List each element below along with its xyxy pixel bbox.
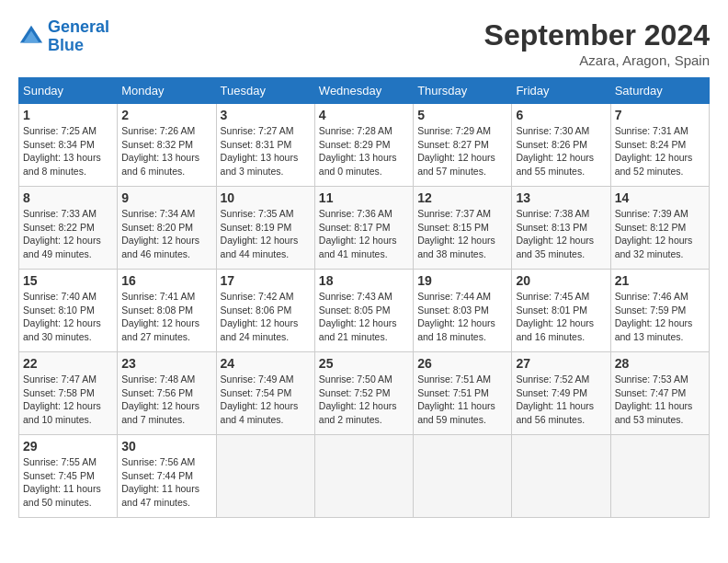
day-info: Sunrise: 7:39 AMSunset: 8:12 PMDaylight:…	[615, 207, 705, 261]
day-number: 18	[319, 273, 409, 288]
day-number: 9	[121, 190, 211, 205]
calendar-cell: 10Sunrise: 7:35 AMSunset: 8:19 PMDayligh…	[216, 187, 314, 270]
logo-icon	[18, 24, 44, 50]
day-number: 1	[23, 108, 113, 122]
page-header: General Blue September 2024 Azara, Arago…	[18, 18, 710, 68]
day-number: 19	[417, 273, 507, 288]
calendar-cell: 26Sunrise: 7:51 AMSunset: 7:51 PMDayligh…	[414, 352, 512, 435]
col-monday: Monday	[118, 78, 216, 104]
day-number: 5	[417, 108, 507, 122]
day-number: 13	[516, 190, 606, 205]
calendar-cell: 18Sunrise: 7:43 AMSunset: 8:05 PMDayligh…	[314, 270, 413, 352]
calendar-cell: 14Sunrise: 7:39 AMSunset: 8:12 PMDayligh…	[610, 187, 709, 270]
col-saturday: Saturday	[610, 78, 709, 104]
day-number: 30	[121, 439, 211, 454]
day-info: Sunrise: 7:30 AMSunset: 8:26 PMDaylight:…	[516, 124, 606, 178]
calendar-cell: 25Sunrise: 7:50 AMSunset: 7:52 PMDayligh…	[314, 352, 413, 435]
day-info: Sunrise: 7:26 AMSunset: 8:32 PMDaylight:…	[121, 124, 211, 178]
logo-text: General Blue	[48, 18, 109, 55]
col-sunday: Sunday	[19, 78, 118, 104]
col-tuesday: Tuesday	[216, 78, 314, 104]
day-number: 10	[221, 190, 311, 205]
day-info: Sunrise: 7:38 AMSunset: 8:13 PMDaylight:…	[516, 207, 606, 261]
day-number: 2	[121, 108, 211, 122]
day-number: 12	[417, 190, 507, 205]
day-info: Sunrise: 7:37 AMSunset: 8:15 PMDaylight:…	[417, 207, 507, 261]
day-info: Sunrise: 7:42 AMSunset: 8:06 PMDaylight:…	[221, 290, 311, 344]
day-number: 16	[121, 273, 211, 288]
logo-line1: General	[48, 17, 109, 36]
day-number: 25	[319, 356, 409, 371]
calendar-cell: 13Sunrise: 7:38 AMSunset: 8:13 PMDayligh…	[512, 187, 610, 270]
day-info: Sunrise: 7:31 AMSunset: 8:24 PMDaylight:…	[615, 124, 705, 178]
calendar-cell: 23Sunrise: 7:48 AMSunset: 7:56 PMDayligh…	[118, 352, 216, 435]
calendar-cell: 22Sunrise: 7:47 AMSunset: 7:58 PMDayligh…	[19, 352, 118, 435]
calendar-cell	[512, 435, 610, 518]
calendar-cell: 9Sunrise: 7:34 AMSunset: 8:20 PMDaylight…	[118, 187, 216, 270]
calendar-cell: 27Sunrise: 7:52 AMSunset: 7:49 PMDayligh…	[512, 352, 610, 435]
day-number: 23	[121, 356, 211, 371]
col-friday: Friday	[512, 78, 610, 104]
calendar-cell: 6Sunrise: 7:30 AMSunset: 8:26 PMDaylight…	[512, 104, 610, 187]
day-number: 11	[319, 190, 409, 205]
calendar-cell: 30Sunrise: 7:56 AMSunset: 7:44 PMDayligh…	[118, 435, 216, 518]
calendar-cell: 28Sunrise: 7:53 AMSunset: 7:47 PMDayligh…	[610, 352, 709, 435]
day-info: Sunrise: 7:43 AMSunset: 8:05 PMDaylight:…	[319, 290, 409, 344]
calendar-table: Sunday Monday Tuesday Wednesday Thursday…	[18, 77, 710, 518]
calendar-cell: 7Sunrise: 7:31 AMSunset: 8:24 PMDaylight…	[610, 104, 709, 187]
day-info: Sunrise: 7:34 AMSunset: 8:20 PMDaylight:…	[121, 207, 211, 261]
logo: General Blue	[18, 18, 109, 55]
calendar-week-3: 15Sunrise: 7:40 AMSunset: 8:10 PMDayligh…	[19, 270, 710, 352]
day-info: Sunrise: 7:49 AMSunset: 7:54 PMDaylight:…	[221, 373, 311, 427]
calendar-cell: 24Sunrise: 7:49 AMSunset: 7:54 PMDayligh…	[216, 352, 314, 435]
calendar-cell: 12Sunrise: 7:37 AMSunset: 8:15 PMDayligh…	[414, 187, 512, 270]
calendar-cell: 4Sunrise: 7:28 AMSunset: 8:29 PMDaylight…	[314, 104, 413, 187]
day-info: Sunrise: 7:48 AMSunset: 7:56 PMDaylight:…	[121, 373, 211, 427]
day-info: Sunrise: 7:55 AMSunset: 7:45 PMDaylight:…	[23, 455, 113, 510]
day-number: 20	[516, 273, 606, 288]
day-number: 15	[23, 273, 113, 288]
day-number: 28	[615, 356, 705, 371]
calendar-cell: 11Sunrise: 7:36 AMSunset: 8:17 PMDayligh…	[314, 187, 413, 270]
day-info: Sunrise: 7:40 AMSunset: 8:10 PMDaylight:…	[23, 290, 113, 344]
day-number: 3	[221, 108, 311, 122]
calendar-week-4: 22Sunrise: 7:47 AMSunset: 7:58 PMDayligh…	[19, 352, 710, 435]
day-number: 7	[615, 108, 705, 122]
calendar-cell	[414, 435, 512, 518]
day-info: Sunrise: 7:45 AMSunset: 8:01 PMDaylight:…	[516, 290, 606, 344]
calendar-cell: 16Sunrise: 7:41 AMSunset: 8:08 PMDayligh…	[118, 270, 216, 352]
day-number: 14	[615, 190, 705, 205]
location: Azara, Aragon, Spain	[484, 52, 710, 68]
calendar-cell	[610, 435, 709, 518]
day-info: Sunrise: 7:50 AMSunset: 7:52 PMDaylight:…	[319, 373, 409, 427]
day-info: Sunrise: 7:56 AMSunset: 7:44 PMDaylight:…	[121, 455, 211, 510]
day-info: Sunrise: 7:47 AMSunset: 7:58 PMDaylight:…	[23, 373, 113, 427]
header-row: Sunday Monday Tuesday Wednesday Thursday…	[19, 78, 710, 104]
day-number: 17	[221, 273, 311, 288]
day-info: Sunrise: 7:29 AMSunset: 8:27 PMDaylight:…	[417, 124, 507, 178]
calendar-week-5: 29Sunrise: 7:55 AMSunset: 7:45 PMDayligh…	[19, 435, 710, 518]
day-info: Sunrise: 7:35 AMSunset: 8:19 PMDaylight:…	[221, 207, 311, 261]
calendar-cell: 29Sunrise: 7:55 AMSunset: 7:45 PMDayligh…	[19, 435, 118, 518]
day-number: 29	[23, 439, 113, 454]
logo-line2: Blue	[48, 36, 84, 54]
calendar-cell	[314, 435, 413, 518]
calendar-cell: 15Sunrise: 7:40 AMSunset: 8:10 PMDayligh…	[19, 270, 118, 352]
calendar-cell: 8Sunrise: 7:33 AMSunset: 8:22 PMDaylight…	[19, 187, 118, 270]
day-info: Sunrise: 7:46 AMSunset: 7:59 PMDaylight:…	[615, 290, 705, 344]
day-info: Sunrise: 7:28 AMSunset: 8:29 PMDaylight:…	[319, 124, 409, 178]
calendar-cell: 2Sunrise: 7:26 AMSunset: 8:32 PMDaylight…	[118, 104, 216, 187]
calendar-cell: 5Sunrise: 7:29 AMSunset: 8:27 PMDaylight…	[414, 104, 512, 187]
calendar-week-1: 1Sunrise: 7:25 AMSunset: 8:34 PMDaylight…	[19, 104, 710, 187]
col-thursday: Thursday	[414, 78, 512, 104]
day-number: 6	[516, 108, 606, 122]
day-info: Sunrise: 7:36 AMSunset: 8:17 PMDaylight:…	[319, 207, 409, 261]
col-wednesday: Wednesday	[314, 78, 413, 104]
day-info: Sunrise: 7:44 AMSunset: 8:03 PMDaylight:…	[417, 290, 507, 344]
day-number: 8	[23, 190, 113, 205]
calendar-cell: 21Sunrise: 7:46 AMSunset: 7:59 PMDayligh…	[610, 270, 709, 352]
day-info: Sunrise: 7:41 AMSunset: 8:08 PMDaylight:…	[121, 290, 211, 344]
day-info: Sunrise: 7:53 AMSunset: 7:47 PMDaylight:…	[615, 373, 705, 427]
calendar-cell: 20Sunrise: 7:45 AMSunset: 8:01 PMDayligh…	[512, 270, 610, 352]
day-number: 26	[417, 356, 507, 371]
